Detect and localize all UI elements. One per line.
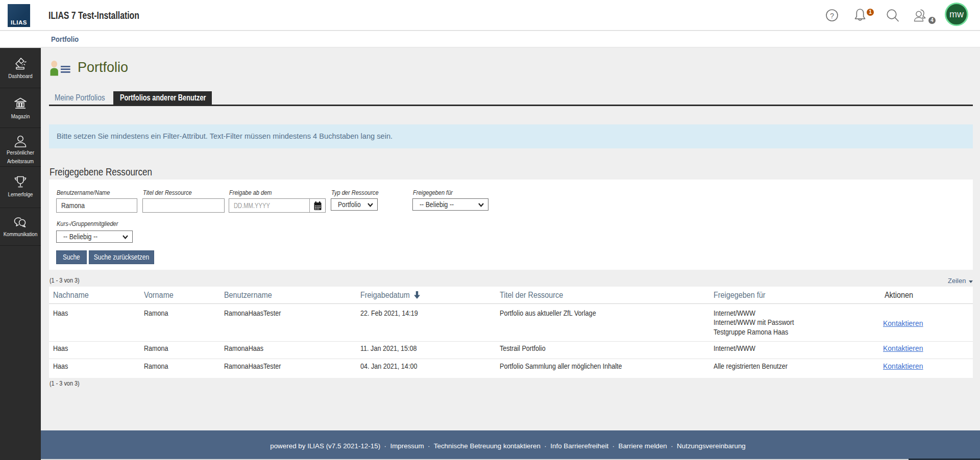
svg-text:?: ? [830,12,834,20]
